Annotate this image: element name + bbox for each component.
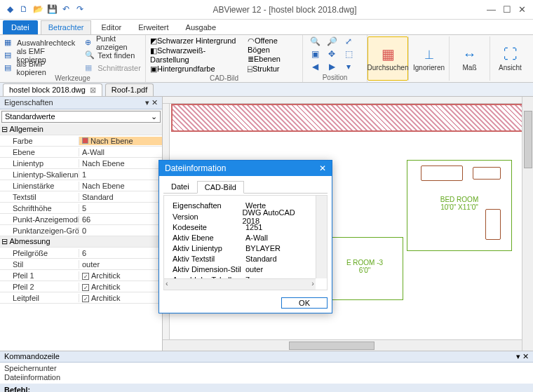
dialog-titlebar[interactable]: Dateiinformation ✕ bbox=[159, 161, 332, 176]
view-icon: ⛶ bbox=[504, 46, 518, 62]
btn-mass[interactable]: ↔Maß bbox=[449, 36, 490, 81]
zoom-out-icon[interactable]: 🔎 bbox=[324, 36, 339, 47]
scrollbar-vertical[interactable] bbox=[522, 97, 533, 351]
command-history[interactable]: Speichernunter Dateiinformation bbox=[0, 363, 533, 384]
property-row[interactable]: Punkt-Anzeigemodi66 bbox=[0, 214, 162, 225]
furniture-3 bbox=[485, 209, 501, 240]
property-row[interactable]: Pfeil 1✓Architick bbox=[0, 270, 162, 281]
command-panel: Kommandozeile▾ ✕ Speichernunter Dateiinf… bbox=[0, 351, 533, 383]
zoom-extents-icon[interactable]: ⤢ bbox=[341, 36, 356, 47]
bmp-icon: ▤ bbox=[4, 63, 14, 73]
doc-tab-1[interactable]: hostel block 2018.dwg⊠ bbox=[3, 83, 102, 96]
dialog-title: Dateiinformation bbox=[165, 163, 226, 173]
property-row[interactable]: Linientyp-Skalierung1 bbox=[0, 169, 162, 180]
ribbon-big-buttons: ▦Durchsuchen ⟂Ignorieren ↔Maß ⛶Ansicht bbox=[367, 35, 530, 82]
btn-schnittraster[interactable]: ▦Schnittraster bbox=[85, 62, 141, 74]
furniture-1 bbox=[473, 167, 501, 180]
btn-sw-darstellung[interactable]: ◧Schwarzweiß-Darstellung bbox=[150, 46, 238, 64]
structure-icon: ⌸ bbox=[248, 65, 252, 73]
btn-offene-boegen[interactable]: ◠Offene Bögen bbox=[248, 36, 298, 54]
property-row[interactable]: EbeneA-Wall bbox=[0, 147, 162, 158]
file-tab[interactable]: Datei bbox=[3, 20, 38, 34]
measure-icon: ↔ bbox=[463, 46, 477, 62]
dialog-close-icon[interactable]: ✕ bbox=[319, 163, 326, 173]
extents-icon[interactable]: ⬚ bbox=[341, 49, 356, 60]
scrollbar-horizontal[interactable] bbox=[163, 339, 522, 351]
arc-icon: ◠ bbox=[248, 36, 255, 45]
dialog-scroll-v[interactable] bbox=[316, 196, 327, 278]
dialog-tab-datei[interactable]: Datei bbox=[163, 180, 197, 193]
wall-hatch bbox=[171, 104, 525, 132]
redo-icon[interactable]: ↷ bbox=[74, 4, 86, 15]
btn-hintergrundfarbe[interactable]: ▣Hintergrundfarbe bbox=[150, 65, 238, 74]
dialog-scroll-h[interactable]: ‹› bbox=[164, 278, 316, 290]
btn-struktur[interactable]: ⌸Struktur bbox=[248, 65, 298, 73]
tab-erweitert[interactable]: Erweitert bbox=[131, 20, 175, 34]
undo-icon[interactable]: ↶ bbox=[60, 4, 72, 15]
property-grid[interactable]: ⊟ AllgemeinFarbeNach EbeneEbeneA-WallLin… bbox=[0, 124, 162, 351]
property-row[interactable]: Pfeilgröße6 bbox=[0, 248, 162, 259]
btn-ignorieren[interactable]: ⟂Ignorieren bbox=[408, 36, 449, 81]
emf-icon: ▤ bbox=[4, 50, 14, 60]
dialog-tabs: Datei CAD-Bild bbox=[163, 180, 328, 194]
dialog-table-scroll[interactable]: EigenschaftenWerteVersionDWG AutoCAD 201… bbox=[163, 195, 328, 290]
property-row[interactable]: Pfeil 2✓Architick bbox=[0, 281, 162, 292]
doc-tab-2[interactable]: Roof-1.pdf bbox=[105, 83, 154, 96]
group-label: Werkzeuge bbox=[4, 74, 141, 83]
nav-left-icon[interactable]: ◀ bbox=[307, 62, 323, 72]
property-row[interactable]: Punktanzeigen-Größe0 bbox=[0, 225, 162, 236]
property-section[interactable]: ⊟ Allgemein bbox=[0, 124, 162, 135]
btn-text-finden[interactable]: 🔍Text finden bbox=[85, 49, 141, 61]
nav-dd-icon[interactable]: ▾ bbox=[341, 62, 356, 72]
bw-icon: ◧ bbox=[150, 46, 157, 55]
panel-pin-icon[interactable]: ▾ ✕ bbox=[516, 352, 529, 361]
btn-schwarzer-hg[interactable]: ◩Schwarzer Hintergrund bbox=[150, 36, 238, 46]
tab-betrachter[interactable]: Betrachter bbox=[41, 20, 92, 34]
property-filter-select[interactable]: Standardwerte⌄ bbox=[1, 111, 161, 123]
ok-button[interactable]: OK bbox=[281, 297, 328, 309]
command-input-row[interactable]: Befehl: bbox=[0, 383, 533, 392]
select-icon: ▦ bbox=[4, 38, 14, 48]
layers-icon: ≣ bbox=[248, 55, 254, 63]
bgcolor-icon: ▣ bbox=[150, 65, 157, 73]
titlebar: ◆ 🗋 📂 💾 ↶ ↷ ABViewer 12 - [hostel block … bbox=[0, 0, 533, 20]
btn-bmp-kopieren[interactable]: ▤als BMP kopieren bbox=[4, 62, 75, 74]
zoom-in-icon[interactable]: 🔍 bbox=[307, 36, 323, 47]
tab-editor[interactable]: Editor bbox=[94, 20, 128, 34]
property-row[interactable]: FarbeNach Ebene bbox=[0, 135, 162, 147]
btn-ansicht[interactable]: ⛶Ansicht bbox=[490, 36, 530, 81]
tab-ausgabe[interactable]: Ausgabe bbox=[179, 20, 223, 34]
open-icon[interactable]: 📂 bbox=[32, 4, 43, 15]
minimize-icon[interactable]: — bbox=[487, 4, 496, 15]
tab-close-icon[interactable]: ⊠ bbox=[90, 86, 96, 95]
property-row[interactable]: Schrifthöhe5 bbox=[0, 203, 162, 214]
property-row[interactable]: TextstilStandard bbox=[0, 191, 162, 203]
fit-icon[interactable]: ▣ bbox=[307, 49, 323, 60]
room-e3: E ROOM -3 6'0" bbox=[326, 237, 403, 300]
panel-pin-icon[interactable]: ▾ ✕ bbox=[145, 98, 158, 107]
property-section[interactable]: ⊟ Abmessung bbox=[0, 236, 162, 248]
new-icon[interactable]: 🗋 bbox=[18, 4, 29, 15]
pan-icon[interactable]: ✥ bbox=[324, 49, 339, 60]
save-icon[interactable]: 💾 bbox=[46, 4, 58, 15]
property-row[interactable]: Stilouter bbox=[0, 259, 162, 270]
property-row[interactable]: LinienstärkeNach Ebene bbox=[0, 180, 162, 191]
property-row[interactable]: Leitpfeil✓Architick bbox=[0, 292, 162, 304]
btn-punkt-anzeigen[interactable]: ⊕Punkt anzeigen bbox=[85, 36, 141, 48]
dialog-tab-cad[interactable]: CAD-Bild bbox=[197, 181, 244, 194]
nav-right-icon[interactable]: ▶ bbox=[324, 62, 339, 72]
table-row: Aktiv Dimension-Stilouter bbox=[168, 264, 311, 274]
app-icon[interactable]: ◆ bbox=[4, 4, 15, 15]
btn-durchsuchen[interactable]: ▦Durchsuchen bbox=[367, 36, 408, 81]
point-icon: ⊕ bbox=[85, 38, 93, 48]
table-row: Aktiv LinientypBYLAYER bbox=[168, 243, 311, 253]
ignore-icon: ⟂ bbox=[425, 46, 433, 62]
find-icon: 🔍 bbox=[85, 50, 95, 60]
window-controls: — ☐ ✕ bbox=[480, 4, 533, 15]
property-row[interactable]: LinientypNach Ebene bbox=[0, 158, 162, 169]
document-tabs: hostel block 2018.dwg⊠ Roof-1.pdf bbox=[0, 83, 533, 97]
btn-ebenen[interactable]: ≣Ebenen bbox=[248, 55, 298, 64]
ruler-horizontal bbox=[163, 97, 522, 104]
maximize-icon[interactable]: ☐ bbox=[503, 4, 511, 15]
close-icon[interactable]: ✕ bbox=[518, 4, 526, 15]
